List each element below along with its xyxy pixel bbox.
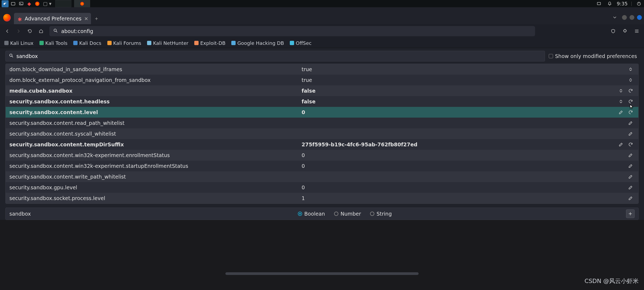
files-icon[interactable] <box>10 0 17 7</box>
pref-row[interactable]: security.sandbox.content.win32k-experime… <box>6 161 638 171</box>
show-only-modified-checkbox[interactable]: Show only modified preferences <box>549 53 639 59</box>
about-config-content: sandbox Show only modified preferences d… <box>0 48 644 220</box>
bookmark-kali-linux[interactable]: Kali Linux <box>4 40 34 46</box>
nav-toolbar: about:config <box>0 24 644 38</box>
notifications-icon[interactable] <box>606 0 613 7</box>
pref-name: security.sandbox.gpu.level <box>9 184 298 190</box>
edit-button[interactable] <box>627 162 635 170</box>
edit-button[interactable] <box>617 108 625 116</box>
pref-row[interactable]: security.sandbox.socket.process.level 1 <box>6 193 638 204</box>
panel-clock[interactable]: 9:35 <box>617 1 628 6</box>
toggle-button[interactable] <box>617 87 625 95</box>
firefox-logo-icon <box>3 14 11 21</box>
window-maximize[interactable] <box>630 15 634 20</box>
reset-button[interactable] <box>627 97 635 106</box>
pref-row[interactable]: security.sandbox.content.read_path_white… <box>6 118 638 128</box>
reset-button[interactable] <box>627 140 635 148</box>
watermark-text: CSDN @风云小虾米 <box>584 277 639 285</box>
reload-button[interactable] <box>25 27 34 36</box>
tab-favicon: ✱ <box>18 16 22 21</box>
pref-row[interactable]: dom.block_download_in_sandboxed_iframes … <box>6 64 638 75</box>
edit-button[interactable] <box>627 151 635 159</box>
workspace-switcher[interactable]: ▢ ▾ <box>42 0 53 7</box>
pref-row[interactable]: media.cubeb.sandbox false <box>6 85 638 96</box>
bookmark-kali-nethunter[interactable]: Kali NetHunter <box>147 40 188 46</box>
pref-search-value: sandbox <box>16 53 38 59</box>
editor-icon[interactable]: ◆ <box>26 0 33 7</box>
pref-row[interactable]: security.sandbox.content.syscall_whiteli… <box>6 128 638 139</box>
reset-button[interactable] <box>627 87 635 95</box>
pref-row[interactable]: security.sandbox.content.level 0 <box>6 107 638 118</box>
svg-rect-0 <box>11 2 15 5</box>
taskbar-app-1[interactable] <box>55 0 71 7</box>
bookmark-label: Kali Docs <box>79 40 101 46</box>
bookmark-kali-tools[interactable]: Kali Tools <box>39 40 68 46</box>
pref-name: security.sandbox.content.read_path_white… <box>9 120 298 126</box>
edit-button[interactable] <box>617 140 625 148</box>
bookmark-favicon <box>290 41 294 45</box>
bookmark-label: Google Hacking DB <box>237 40 284 46</box>
window-minimize[interactable] <box>622 15 627 20</box>
home-button[interactable] <box>36 27 46 36</box>
forward-button <box>14 27 23 36</box>
bookmark-kali-forums[interactable]: Kali Forums <box>107 40 141 46</box>
horizontal-scrollbar[interactable] <box>225 272 419 275</box>
type-radio-string[interactable]: String <box>370 211 392 217</box>
kali-menu-icon[interactable] <box>2 0 9 7</box>
pref-value: true <box>302 66 623 72</box>
pref-row[interactable]: security.sandbox.content.write_path_whit… <box>6 171 638 182</box>
pref-search-input[interactable]: sandbox <box>5 51 545 61</box>
extensions-icon[interactable] <box>620 27 630 36</box>
pref-row[interactable]: security.sandbox.content.headless false <box>6 96 638 107</box>
toggle-button[interactable] <box>617 97 625 106</box>
taskbar-app-firefox[interactable] <box>74 0 90 7</box>
pref-row[interactable]: security.sandbox.content.tempDirSuffix 2… <box>6 139 638 150</box>
radio-dot-icon <box>334 212 338 216</box>
terminal-icon[interactable] <box>18 0 25 7</box>
pref-row[interactable]: dom.block_external_protocol_navigation_f… <box>6 75 638 85</box>
bookmark-offsec[interactable]: OffSec <box>290 40 312 46</box>
new-pref-name: sandbox <box>9 211 298 217</box>
bookmark-exploit-db[interactable]: Exploit-DB <box>194 40 225 46</box>
pref-name: security.sandbox.content.headless <box>9 99 298 104</box>
search-icon <box>53 28 58 34</box>
pref-name: security.sandbox.content.win32k-experime… <box>9 163 298 169</box>
tab-advanced-preferences[interactable]: ✱ Advanced Preferences ✕ <box>14 13 91 24</box>
edit-button[interactable] <box>627 173 635 181</box>
bookmark-favicon <box>147 41 151 45</box>
new-tab-button[interactable]: ＋ <box>92 14 101 23</box>
edit-button[interactable] <box>627 130 635 138</box>
edit-button[interactable] <box>627 183 635 191</box>
bookmark-label: Kali Forums <box>113 40 141 46</box>
pref-row[interactable]: security.sandbox.gpu.level 0 <box>6 182 638 193</box>
back-button[interactable] <box>3 27 12 36</box>
firefox-panel-icon[interactable] <box>34 0 41 7</box>
edit-button[interactable] <box>627 194 635 202</box>
type-radio-number[interactable]: Number <box>334 211 361 217</box>
screen-icon[interactable] <box>595 0 602 7</box>
bookmark-google-hacking-db[interactable]: Google Hacking DB <box>231 40 284 46</box>
window-close[interactable] <box>637 15 642 20</box>
pref-value: 0 <box>302 109 613 115</box>
bookmark-label: OffSec <box>296 40 312 46</box>
add-pref-button[interactable] <box>626 209 635 218</box>
list-all-tabs-icon[interactable] <box>610 13 619 22</box>
bookmark-favicon <box>194 41 199 45</box>
edit-button[interactable] <box>627 119 635 127</box>
type-radio-boolean[interactable]: Boolean <box>298 211 325 217</box>
os-panel: ◆ ▢ ▾ 9:35 <box>0 0 644 7</box>
bookmark-label: Exploit-DB <box>200 40 225 46</box>
app-menu-icon[interactable] <box>632 27 641 36</box>
pref-value: 275f5959-b19c-4fc6-95ab-762fb80f27ed <box>302 142 613 147</box>
reset-button[interactable] <box>627 108 635 116</box>
url-bar[interactable]: about:config <box>49 26 535 36</box>
toggle-button[interactable] <box>627 76 635 84</box>
close-tab-icon[interactable]: ✕ <box>84 16 88 21</box>
toggle-button[interactable] <box>627 65 635 73</box>
pref-name: security.sandbox.content.win32k-experime… <box>9 152 298 158</box>
power-icon[interactable] <box>635 0 642 7</box>
bookmark-label: Kali Tools <box>45 40 68 46</box>
shield-icon[interactable] <box>609 27 618 36</box>
pref-row[interactable]: security.sandbox.content.win32k-experime… <box>6 150 638 161</box>
bookmark-kali-docs[interactable]: Kali Docs <box>73 40 101 46</box>
